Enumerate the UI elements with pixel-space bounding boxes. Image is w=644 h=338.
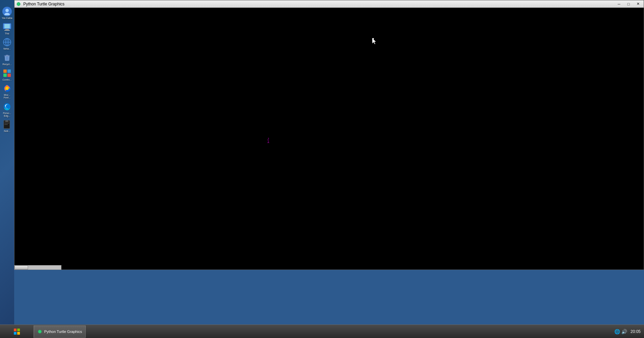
desktop-icon-network[interactable]: Netw... [0,37,14,50]
svg-rect-14 [3,69,7,73]
svg-rect-33 [14,332,17,335]
desktop-icon-recycle-bin-label: Recycl... [3,63,12,66]
turtle-graphics-window: Python Turtle Graphics ─ □ ✕ [14,0,644,270]
svg-point-35 [38,330,42,333]
restore-button[interactable]: □ [624,1,633,7]
svg-point-19 [5,87,9,90]
desktop-icon-notepad[interactable]: Noti... [0,120,14,133]
desktop-icon-recycle-bin[interactable]: Recycl... [0,53,14,66]
desktop-icon-control-panel[interactable]: Contro... [0,68,14,81]
desktop-icon-firefox[interactable]: Moz...Firef... [0,84,14,99]
window-controls: ─ □ ✕ [615,1,642,7]
desktop-icon-edge[interactable]: Perso...Edg... [0,102,14,117]
desktop-icon-notepad-label: Noti... [4,130,10,133]
taskbar-clock: 20:05 [630,329,641,334]
minimize-button[interactable]: ─ [615,1,623,7]
horizontal-scrollbar[interactable] [14,265,61,270]
svg-rect-17 [7,74,11,77]
taskbar-tray: 🌐 🔊 20:05 [611,329,644,334]
svg-marker-29 [267,141,269,143]
window-title: Python Turtle Graphics [23,2,615,6]
desktop-icon-edge-label: Perso...Edg... [3,112,11,117]
svg-rect-32 [17,329,20,331]
svg-rect-31 [14,329,17,331]
system-tray: 🌐 🔊 [614,329,627,334]
turtle-figure [265,138,272,146]
desktop-icon-list: Yas Kalba This Netw... [0,7,14,133]
desktop-icon-this-pc-label: This [5,32,9,35]
titlebar: Python Turtle Graphics ─ □ ✕ [15,0,644,8]
scrollbar-thumb[interactable] [15,265,28,270]
turtle-canvas[interactable] [15,8,644,270]
mouse-cursor [372,38,376,44]
svg-rect-5 [4,30,10,31]
svg-rect-15 [7,69,11,73]
svg-marker-30 [372,38,376,44]
svg-rect-34 [17,332,20,335]
svg-rect-24 [4,124,8,125]
svg-rect-3 [4,24,10,28]
svg-rect-16 [3,74,7,77]
close-button[interactable]: ✕ [634,1,642,7]
svg-point-1 [4,13,10,15]
taskbar-turtle-item[interactable]: Python Turtle Graphics [34,326,86,338]
desktop-icon-user-label: Yas Kalba [2,17,12,20]
desktop-icon-control-panel-label: Contro... [3,79,12,81]
svg-point-0 [5,9,9,12]
taskbar-turtle-label: Python Turtle Graphics [44,330,82,334]
turtle-icon [16,1,21,7]
svg-rect-25 [5,120,8,122]
taskbar: Python Turtle Graphics 🌐 🔊 20:05 [0,325,644,338]
tray-network-icon[interactable]: 🌐 [614,329,620,334]
svg-rect-4 [5,29,9,30]
desktop-icon-network-label: Netw... [3,48,10,50]
start-button[interactable] [0,325,34,338]
clock-time: 20:05 [630,329,641,334]
desktop-icon-user[interactable]: Yas Kalba [0,7,14,20]
desktop-icon-firefox-label: Moz...Firef... [4,94,10,99]
tray-volume-icon[interactable]: 🔊 [621,329,627,334]
taskbar-items: Python Turtle Graphics [34,325,611,338]
desktop-icon-this-pc[interactable]: This [0,22,14,35]
svg-rect-23 [4,123,9,123]
